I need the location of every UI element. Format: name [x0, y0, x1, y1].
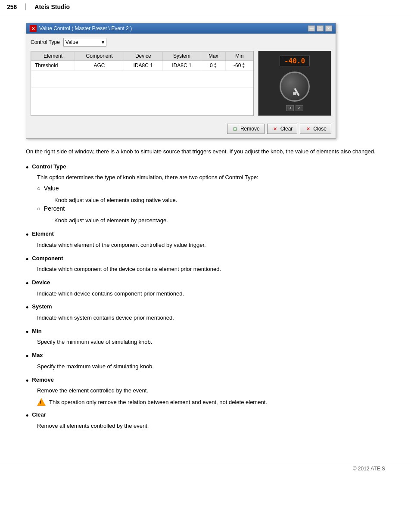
sub-bullet-term-percent: Percent	[44, 205, 65, 212]
bullet-desc-remove: Remove the element controlled by the eve…	[37, 386, 385, 395]
bullet-item-component: • Component	[26, 255, 385, 264]
control-type-select[interactable]: Value ▾	[63, 38, 106, 47]
bullet-item-min: • Min	[26, 328, 385, 337]
dialog-titlebar: ✕ Value Control ( Master Preset \ Event …	[26, 23, 336, 34]
bullet-desc-system: Indicate which system contains device pr…	[37, 314, 385, 323]
bullet-dot-component: •	[26, 255, 28, 264]
list-item-element: • Element Indicate which element of the …	[26, 230, 385, 249]
bullet-dot-element: •	[26, 230, 28, 240]
clear-icon: ✕	[272, 125, 279, 132]
table-row[interactable]: Threshold AGC IDA8C 1 IDA8C 1 0 ▲	[31, 61, 253, 71]
max-decrement-button[interactable]: ▼	[214, 65, 217, 69]
bullet-term-system: System	[32, 303, 52, 310]
list-item-remove: • Remove Remove the element controlled b…	[26, 376, 385, 407]
dialog-content-area: Element Component Device System Max Min …	[31, 51, 331, 116]
bullet-dot-max: •	[26, 352, 28, 361]
minimize-button[interactable]: —	[308, 25, 315, 31]
sub-bullet-value: ○ Value	[37, 185, 385, 193]
page-header: 256 Ateis Studio	[0, 0, 411, 14]
bullet-item-clear: • Clear	[26, 411, 385, 421]
warning-box: This operation only remove the relation …	[37, 398, 385, 407]
bullet-desc-max: Specify the maximum value of simulating …	[37, 362, 385, 371]
dropdown-arrow-icon: ▾	[102, 39, 104, 45]
dialog-app-icon: ✕	[30, 25, 37, 32]
empty-row-2	[31, 79, 253, 88]
list-item-component: • Component Indicate which component of …	[26, 255, 385, 274]
elements-table: Element Component Device System Max Min …	[31, 51, 253, 88]
bullet-dot-device: •	[26, 279, 28, 289]
dialog-titlebar-controls[interactable]: — □ ✕	[308, 25, 332, 31]
bullet-dot-clear: •	[26, 411, 28, 421]
cell-max: 0 ▲ ▼	[201, 61, 226, 71]
bullet-term-remove: Remove	[32, 376, 54, 383]
bullet-dot-min: •	[26, 328, 28, 337]
bullet-desc-min: Specify the minimum value of simulating …	[37, 338, 385, 347]
clear-label: Clear	[280, 126, 293, 132]
knob-value-display: -40.0	[280, 56, 310, 66]
list-item-clear: • Clear Remove all elements controlled b…	[26, 411, 385, 430]
list-item-min: • Min Specify the minimum value of simul…	[26, 328, 385, 347]
remove-label: Remove	[240, 126, 260, 132]
bullet-item-system: • System	[26, 303, 385, 313]
knob-control[interactable]	[280, 72, 310, 102]
sub-bullet-percent: ○ Percent	[37, 205, 385, 213]
sub-bullet-term-value: Value	[44, 185, 59, 192]
table-header-row: Element Component Device System Max Min	[31, 52, 253, 61]
dialog-window: ✕ Value Control ( Master Preset \ Event …	[26, 23, 336, 139]
sub-bullet-dot: ○	[37, 185, 40, 193]
bullet-term-min: Min	[32, 328, 41, 334]
bullet-term-control-type: Control Type	[32, 163, 66, 170]
description-text: On the right side of window, there is a …	[26, 147, 385, 156]
min-decrement-button[interactable]: ▼	[242, 65, 245, 69]
dialog-title: Value Control ( Master Preset \ Event 2 …	[39, 25, 132, 31]
bullet-item-remove: • Remove	[26, 376, 385, 386]
sub-bullet-desc-value: Knob adjust value of elements using nati…	[54, 196, 385, 205]
control-type-value: Value	[65, 39, 78, 45]
cell-element: Threshold	[31, 61, 75, 71]
col-min: Min	[226, 52, 253, 61]
cell-component: AGC	[75, 61, 124, 71]
dialog-footer: ⊟ Remove ✕ Clear ✕ Close	[31, 120, 331, 134]
close-icon: ✕	[305, 125, 311, 132]
col-component: Component	[75, 52, 124, 61]
warning-text: This operation only remove the relation …	[49, 398, 267, 407]
knob-bottom-controls: ↺ ✓	[286, 105, 303, 111]
close-titlebar-button[interactable]: ✕	[325, 25, 332, 31]
page-number: 256	[7, 3, 26, 10]
page-title: Ateis Studio	[34, 3, 70, 10]
knob-reset-button[interactable]: ↺	[286, 105, 294, 111]
list-item-max: • Max Specify the maximum value of simul…	[26, 352, 385, 371]
bullet-dot-system: •	[26, 303, 28, 313]
cell-system: IDA8C 1	[162, 61, 201, 71]
maximize-button[interactable]: □	[317, 25, 324, 31]
dialog-table-area: Element Component Device System Max Min …	[31, 51, 254, 116]
bullet-term-max: Max	[32, 352, 43, 358]
copyright-text: © 2012 ATEIS	[353, 466, 385, 472]
remove-button[interactable]: ⊟ Remove	[227, 124, 265, 134]
page-footer: © 2012 ATEIS	[0, 462, 411, 475]
warning-icon	[37, 398, 46, 406]
list-item-control-type: • Control Type This option determines th…	[26, 163, 385, 225]
col-system: System	[162, 52, 201, 61]
dialog-titlebar-left: ✕ Value Control ( Master Preset \ Event …	[30, 25, 132, 32]
col-device: Device	[124, 52, 162, 61]
clear-button[interactable]: ✕ Clear	[267, 124, 298, 134]
sub-list-item-value: ○ Value Knob adjust value of elements us…	[37, 185, 385, 205]
bullet-term-device: Device	[32, 279, 50, 286]
list-item-system: • System Indicate which system contains …	[26, 303, 385, 322]
close-button[interactable]: ✕ Close	[300, 124, 331, 134]
sub-list-item-percent: ○ Percent Knob adjust value of elements …	[37, 205, 385, 225]
bullet-desc-component: Indicate which component of the device c…	[37, 265, 385, 274]
bullet-desc-clear: Remove all elements controlled by the ev…	[37, 422, 385, 431]
bullet-desc-control-type: This option determines the type of knob …	[37, 173, 385, 182]
col-max: Max	[201, 52, 226, 61]
knob-area: -40.0 ↺ ✓	[258, 51, 331, 116]
bullet-item-max: • Max	[26, 352, 385, 361]
bullet-item-element: • Element	[26, 230, 385, 240]
knob-set-button[interactable]: ✓	[296, 105, 303, 111]
empty-row-1	[31, 71, 253, 79]
knob-dot	[293, 92, 296, 95]
bullet-term-clear: Clear	[32, 411, 46, 418]
cell-min: -60 ▲ ▼	[226, 61, 253, 71]
bullet-term-element: Element	[32, 230, 54, 237]
